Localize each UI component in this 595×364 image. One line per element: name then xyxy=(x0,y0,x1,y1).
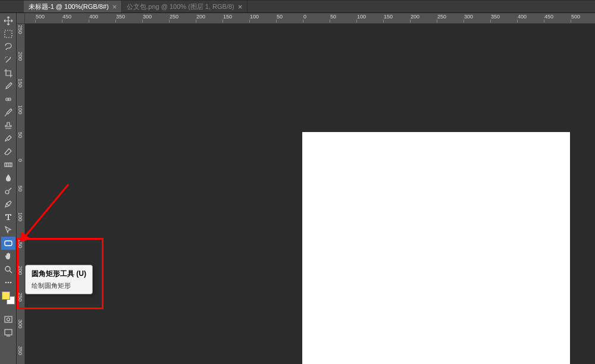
ruler-tick: 150 xyxy=(17,79,23,87)
svg-point-5 xyxy=(5,266,10,271)
type-tool-icon[interactable] xyxy=(1,211,15,224)
tab-close-icon[interactable]: × xyxy=(112,2,117,11)
rounded-rect-tool-icon[interactable] xyxy=(1,237,15,250)
vertical-ruler[interactable]: 25020015010050050100150200250300350400 xyxy=(17,24,25,364)
history-brush-tool-icon[interactable] xyxy=(1,132,15,145)
hand-tool-icon[interactable] xyxy=(1,250,15,263)
ruler-tick: 150 xyxy=(17,239,23,248)
ruler-tick: 50 xyxy=(277,13,283,20)
svg-rect-9 xyxy=(5,316,12,322)
tab-label: 未标题-1 @ 100%(RGB/8#) xyxy=(29,2,109,11)
ruler-tick: 100 xyxy=(17,212,23,221)
pen-tool-icon[interactable] xyxy=(1,197,15,211)
ruler-tick: 200 xyxy=(17,52,23,61)
zoom-tool-icon[interactable] xyxy=(1,263,15,276)
marquee-tool-icon[interactable] xyxy=(1,27,15,40)
horizontal-ruler[interactable]: 5004504003503002502001501005005010015020… xyxy=(25,13,595,24)
svg-point-8 xyxy=(10,282,11,284)
ruler-tick: 400 xyxy=(89,13,98,20)
tab-close-icon[interactable]: × xyxy=(238,2,243,11)
svg-rect-4 xyxy=(5,241,12,246)
ruler-tick: 450 xyxy=(62,13,71,20)
document-tabs: 未标题-1 @ 100%(RGB/8#) × 公文包.png @ 100% (图… xyxy=(0,0,595,13)
dodge-tool-icon[interactable] xyxy=(1,184,15,197)
svg-point-7 xyxy=(7,282,9,284)
move-tool-icon[interactable] xyxy=(1,14,15,27)
ruler-tick: 200 xyxy=(196,13,205,20)
eraser-tool-icon[interactable] xyxy=(1,145,15,158)
ruler-tick: 200 xyxy=(17,266,23,275)
ruler-tick: 0 xyxy=(17,159,23,162)
ruler-tick: 300 xyxy=(143,13,152,20)
eyedropper-tool-icon[interactable] xyxy=(1,80,15,93)
ruler-tick: 350 xyxy=(17,346,23,355)
lasso-tool-icon[interactable] xyxy=(1,40,15,54)
ruler-tick: 250 xyxy=(17,293,23,302)
svg-rect-11 xyxy=(5,330,12,335)
blur-tool-icon[interactable] xyxy=(1,171,15,184)
tooltip-title: 圆角矩形工具 (U) xyxy=(32,269,86,279)
ruler-tick: 400 xyxy=(518,13,527,20)
ruler-tick: 50 xyxy=(330,13,336,20)
ruler-tick: 500 xyxy=(36,13,45,20)
more-tools-icon[interactable] xyxy=(1,276,15,289)
color-swatches[interactable] xyxy=(2,291,15,305)
wand-tool-icon[interactable] xyxy=(1,54,15,67)
gradient-tool-icon[interactable] xyxy=(1,158,15,171)
quick-mask-icon[interactable] xyxy=(1,313,15,326)
ruler-tick: 0 xyxy=(303,13,306,20)
ruler-tick: 100 xyxy=(17,105,23,114)
stamp-tool-icon[interactable] xyxy=(1,119,15,132)
ruler-tick: 150 xyxy=(384,13,393,20)
ruler-tick: 250 xyxy=(170,13,178,20)
svg-point-3 xyxy=(5,190,9,194)
ruler-tick: 100 xyxy=(357,13,366,20)
ruler-tick: 250 xyxy=(437,13,446,20)
ruler-corner xyxy=(17,13,25,24)
ruler-tick: 50 xyxy=(17,132,23,138)
ruler-tick: 300 xyxy=(17,319,23,328)
ruler-tick: 450 xyxy=(544,13,553,20)
ruler-tick: 500 xyxy=(571,13,580,20)
canvas-viewport[interactable] xyxy=(25,24,595,364)
tab-doc-1[interactable]: 未标题-1 @ 100%(RGB/8#) × xyxy=(24,1,122,12)
svg-rect-0 xyxy=(5,30,12,37)
ruler-tick: 250 xyxy=(17,25,23,34)
tab-label: 公文包.png @ 100% (图层 1, RGB/8) xyxy=(127,2,234,11)
healing-tool-icon[interactable] xyxy=(1,93,15,106)
ruler-tick: 350 xyxy=(116,13,125,20)
foreground-color-swatch[interactable] xyxy=(2,291,10,300)
ruler-tick: 350 xyxy=(491,13,500,20)
path-select-tool-icon[interactable] xyxy=(1,224,15,237)
tab-doc-2[interactable]: 公文包.png @ 100% (图层 1, RGB/8) × xyxy=(122,1,248,12)
ruler-tick: 300 xyxy=(464,13,473,20)
crop-tool-icon[interactable] xyxy=(1,67,15,80)
ruler-tick: 150 xyxy=(223,13,232,20)
document-canvas[interactable] xyxy=(302,132,570,364)
svg-point-10 xyxy=(7,318,10,321)
tool-tooltip: 圆角矩形工具 (U) 绘制圆角矩形 xyxy=(25,265,93,294)
svg-point-6 xyxy=(5,282,7,284)
ruler-tick: 50 xyxy=(17,186,23,192)
screen-mode-icon[interactable] xyxy=(1,326,15,339)
ruler-tick: 100 xyxy=(250,13,259,20)
ruler-tick: 200 xyxy=(411,13,419,20)
toolbox xyxy=(0,13,17,364)
tooltip-desc: 绘制圆角矩形 xyxy=(32,281,86,290)
brush-tool-icon[interactable] xyxy=(1,106,15,119)
